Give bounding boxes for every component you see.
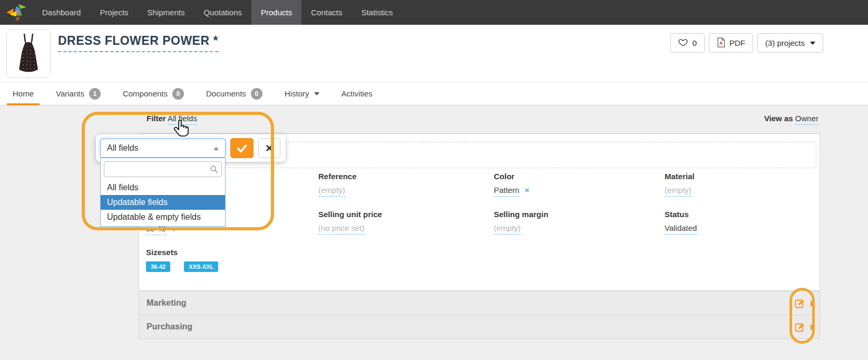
reference-label: Reference: [318, 172, 357, 181]
product-thumbnail[interactable]: [6, 30, 51, 78]
purchasing-title: Purchasing: [147, 322, 192, 332]
pdf-button-label: PDF: [729, 38, 745, 47]
top-nav: Dashboard Projects Shipments Quotations …: [0, 0, 868, 25]
tab-documents-label: Documents: [206, 89, 246, 98]
close-icon: [265, 144, 274, 152]
home-tab-content: Filter All fields View as Owner ee 48 Re…: [0, 105, 868, 360]
field-status: Status Validated: [665, 210, 697, 232]
option-search: [104, 161, 222, 177]
field-color: Color Pattern ×: [494, 172, 529, 194]
section-purchasing[interactable]: Purchasing: [139, 315, 820, 339]
nav-item-projects[interactable]: Projects: [90, 0, 138, 25]
tab-components-label: Components: [123, 89, 168, 98]
product-title[interactable]: DRESS FLOWER POWER *: [58, 34, 218, 52]
filter-select[interactable]: All fields: [100, 139, 226, 158]
field-material: Material (empty): [665, 172, 695, 194]
projects-dropdown-button[interactable]: (3) projects: [757, 33, 823, 53]
bird-logo-icon: [5, 3, 27, 22]
nav-item-shipments[interactable]: Shipments: [138, 0, 194, 25]
tab-home-label: Home: [13, 89, 34, 98]
tab-history[interactable]: History: [274, 82, 330, 105]
documents-count-badge: 0: [251, 88, 262, 100]
cancel-button[interactable]: [258, 138, 280, 158]
tab-components[interactable]: Components 0: [112, 82, 195, 105]
tab-home[interactable]: Home: [2, 82, 45, 105]
product-header: DRESS FLOWER POWER * 0 PDF (: [0, 25, 868, 82]
chevron-down-icon: [810, 42, 815, 45]
filter-control: Filter All fields: [147, 114, 197, 123]
option-updatable-fields[interactable]: Updatable fields: [101, 195, 225, 210]
view-as-value-link[interactable]: Owner: [795, 114, 818, 125]
edit-icon[interactable]: [795, 298, 805, 311]
material-value[interactable]: (empty): [665, 186, 691, 197]
chevron-down-icon: [314, 92, 319, 95]
status-value[interactable]: Validated: [665, 223, 697, 235]
filter-options-dropdown: All fields Updatable fields Updatable & …: [100, 158, 226, 227]
filter-value-link[interactable]: All fields: [168, 114, 197, 125]
tab-activities[interactable]: Activities: [330, 82, 384, 105]
selling-margin-label: Selling margin: [494, 210, 548, 219]
tab-activities-label: Activities: [342, 89, 373, 98]
material-label: Material: [665, 172, 695, 181]
projects-button-label: (3) projects: [765, 38, 805, 47]
field-reference: Reference (empty): [318, 172, 357, 194]
components-count-badge: 0: [172, 88, 184, 100]
caret-up-icon: [213, 147, 219, 150]
field-sizesets: Sizesets 36-42 XXS-XXL: [146, 248, 230, 272]
edit-icon[interactable]: [795, 322, 805, 335]
color-label: Color: [494, 172, 529, 181]
confirm-button[interactable]: [230, 138, 253, 158]
expand-section-caret-icon[interactable]: [811, 324, 815, 330]
header-actions: 0 PDF (3) projects: [670, 33, 823, 53]
search-icon: [210, 165, 218, 176]
nav-item-statistics[interactable]: Statistics: [352, 0, 402, 25]
heart-icon: [678, 38, 688, 48]
field-selling-unit-price: Selling unit price (no price set): [318, 210, 382, 232]
option-updatable-empty-fields[interactable]: Updatable & empty fields: [101, 210, 225, 225]
sizeset-badge-36-42[interactable]: 36-42: [146, 261, 170, 272]
favorite-count: 0: [693, 38, 697, 47]
sizeset-badge-xxs-xxl[interactable]: XXS-XXL: [184, 261, 218, 272]
view-as-control: View as Owner: [764, 114, 818, 123]
view-as-label: View as: [764, 114, 793, 123]
marketing-title: Marketing: [147, 298, 187, 308]
tab-bar: Home Variants 1 Components 0 Documents 0…: [0, 82, 868, 105]
sizesets-label: Sizesets: [146, 248, 230, 257]
expand-section-caret-icon[interactable]: [811, 300, 815, 307]
remove-color-icon[interactable]: ×: [525, 186, 530, 194]
pdf-file-icon: [717, 37, 725, 49]
section-marketing[interactable]: Marketing: [139, 291, 820, 315]
brand-logo[interactable]: [0, 0, 33, 25]
selling-margin-value[interactable]: (empty): [494, 223, 521, 235]
option-search-input[interactable]: [104, 161, 222, 177]
tab-history-label: History: [285, 89, 309, 98]
field-selling-margin: Selling margin (empty): [494, 210, 548, 232]
option-all-fields[interactable]: All fields: [101, 180, 225, 195]
selling-unit-price-label: Selling unit price: [318, 210, 382, 219]
tab-variants[interactable]: Variants 1: [45, 82, 112, 105]
nav-item-contacts[interactable]: Contacts: [301, 0, 352, 25]
nav-item-products[interactable]: Products: [251, 0, 301, 25]
chevron-down-icon: [171, 228, 177, 231]
tab-documents[interactable]: Documents 0: [195, 82, 274, 105]
dress-image: [7, 31, 50, 77]
filter-select-value: All fields: [107, 143, 139, 153]
nav-item-quotations[interactable]: Quotations: [194, 0, 251, 25]
color-value[interactable]: Pattern: [494, 186, 519, 197]
app-window: Dashboard Projects Shipments Quotations …: [0, 0, 868, 360]
favorite-button[interactable]: 0: [670, 33, 705, 53]
check-icon: [236, 143, 248, 153]
status-label: Status: [665, 210, 697, 219]
variants-count-badge: 1: [89, 88, 101, 100]
tab-variants-label: Variants: [56, 89, 84, 98]
reference-value[interactable]: (empty): [318, 186, 345, 197]
filter-label: Filter: [147, 114, 166, 123]
pdf-button[interactable]: PDF: [709, 33, 753, 53]
nav-item-dashboard[interactable]: Dashboard: [33, 0, 90, 25]
selling-unit-price-value[interactable]: (no price set): [318, 223, 365, 235]
